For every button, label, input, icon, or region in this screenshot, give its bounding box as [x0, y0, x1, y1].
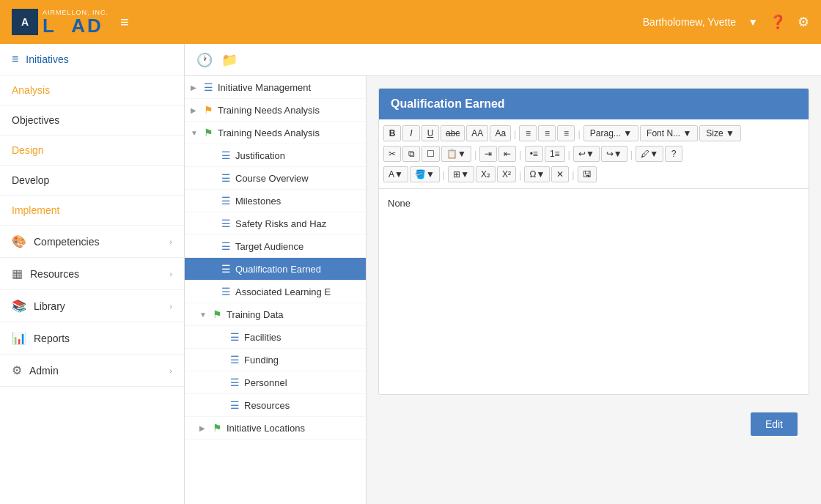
divider: |	[474, 149, 476, 160]
tree-item-course-overview[interactable]: ☰ Course Overview	[185, 167, 366, 190]
sidebar-item-resources[interactable]: ▦ Resources ›	[0, 258, 184, 290]
indent-button[interactable]: ⇥	[479, 146, 497, 162]
sidebar-item-objectives[interactable]: Objectives	[0, 105, 184, 136]
doc-icon: ☰	[230, 331, 240, 343]
paste-button[interactable]: ☐	[421, 146, 440, 162]
tree-item-facilities[interactable]: ☰ Facilities	[185, 326, 366, 349]
tree-item-funding[interactable]: ☰ Funding	[185, 349, 366, 371]
sidebar-item-develop[interactable]: Develop	[0, 166, 184, 196]
bold-button[interactable]: B	[383, 125, 401, 141]
tree-item-associated-learning[interactable]: ☰ Associated Learning E	[185, 281, 366, 303]
resources-icon: ▦	[12, 267, 23, 281]
superscript-button[interactable]: X²	[497, 166, 516, 182]
sidebar-item-admin[interactable]: ⚙ Admin ›	[0, 355, 184, 387]
tree-item-safety-risks[interactable]: ☰ Safety Risks and Haz	[185, 212, 366, 235]
italic-button[interactable]: I	[402, 125, 420, 141]
sidebar-label-design: Design	[12, 144, 44, 156]
undo-button[interactable]: ↩▼	[573, 146, 600, 162]
hamburger-menu[interactable]: ≡	[120, 14, 129, 31]
tree-item-milestones[interactable]: ☰ Milestones	[185, 190, 366, 212]
align-right-button[interactable]: ≡	[557, 125, 575, 141]
divider: |	[572, 169, 574, 180]
doc-icon: ☰	[221, 149, 231, 161]
fill-color-button[interactable]: 🪣▼	[410, 166, 440, 182]
sidebar-item-competencies[interactable]: 🎨 Competencies ›	[0, 226, 184, 258]
tree-item-initiative-management[interactable]: ▶ ☰ Initiative Management	[185, 76, 366, 99]
sidebar-label-library: Library	[34, 300, 65, 312]
font-dropdown[interactable]: Font N... ▼	[640, 125, 698, 141]
highlight-button[interactable]: 🖊▼	[636, 146, 663, 162]
history-icon[interactable]: 🕐	[196, 52, 213, 68]
tree-label: Funding	[244, 355, 279, 366]
sidebar-item-reports[interactable]: 📊 Reports	[0, 322, 184, 355]
settings-icon[interactable]: ⚙	[798, 14, 809, 30]
divider: |	[443, 169, 445, 180]
clear-format-button[interactable]: ✕	[551, 166, 569, 182]
tree-item-resources-td[interactable]: ☰ Resources	[185, 394, 366, 417]
help-icon[interactable]: ❓	[770, 14, 786, 30]
sidebar-label-initiatives: Initiatives	[26, 53, 68, 65]
logo[interactable]: A AIRMELLON, INC. LEAD	[12, 9, 108, 35]
sidebar-item-library[interactable]: 📚 Library ›	[0, 290, 184, 322]
paragraph-dropdown[interactable]: Parag... ▼	[583, 125, 638, 141]
subscript-button[interactable]: X₂	[476, 166, 496, 182]
symbol-button[interactable]: Ω▼	[524, 166, 550, 182]
tree-item-target-audience[interactable]: ☰ Target Audience	[185, 235, 366, 258]
align-left-button[interactable]: ≡	[519, 125, 537, 141]
editor-title: Qualification Earned	[391, 97, 505, 110]
tree-item-qualification-earned[interactable]: ☰ Qualification Earned	[185, 258, 366, 281]
size-dropdown[interactable]: Size ▼	[699, 125, 741, 141]
user-dropdown-icon[interactable]: ▼	[748, 16, 758, 28]
main-content: 🕐 📁 ▶ ☰ Initiative Management ▶ ⚑ Traini…	[185, 44, 821, 504]
ordered-list-button[interactable]: 1≡	[545, 146, 565, 162]
doc-icon: ☰	[204, 81, 213, 93]
library-icon: 📚	[12, 299, 26, 313]
tree-item-justification[interactable]: ☰ Justification	[185, 144, 366, 167]
tree-item-initiative-locations[interactable]: ▶ ⚑ Initiative Locations	[185, 417, 366, 440]
redo-button[interactable]: ↪▼	[601, 146, 627, 162]
admin-icon: ⚙	[12, 363, 22, 377]
sidebar-label-reports: Reports	[34, 333, 70, 344]
flag-yellow-icon: ⚑	[204, 104, 213, 116]
tree-label: Training Data	[227, 309, 284, 320]
unordered-list-button[interactable]: •≡	[525, 146, 543, 162]
tree-item-training-data[interactable]: ▼ ⚑ Training Data	[185, 303, 366, 326]
doc-icon: ☰	[230, 354, 240, 366]
align-center-button[interactable]: ≡	[538, 125, 556, 141]
tree-item-personnel[interactable]: ☰ Personnel	[185, 371, 366, 394]
user-name[interactable]: Bartholomew, Yvette	[643, 16, 736, 28]
table-button[interactable]: ⊞▼	[448, 166, 474, 182]
paste-dropdown[interactable]: 📋▼	[441, 146, 471, 162]
header-right: Bartholomew, Yvette ▼ ❓ ⚙	[643, 14, 809, 30]
sidebar-item-design[interactable]: Design	[0, 136, 184, 166]
app-name: LEAD	[43, 16, 108, 35]
tree-item-tna1[interactable]: ▶ ⚑ Training Needs Analysis	[185, 99, 366, 122]
divider: |	[578, 128, 580, 139]
expand-icon: ▶	[191, 84, 199, 92]
cut-button[interactable]: ✂	[383, 146, 401, 162]
folder-icon[interactable]: 📁	[221, 52, 238, 68]
editor-content[interactable]: None	[379, 189, 809, 394]
capitalize-button[interactable]: Aa	[490, 125, 511, 141]
underline-button[interactable]: U	[421, 125, 439, 141]
save-template-button[interactable]: 🖫	[578, 166, 597, 182]
sidebar-item-analysis[interactable]: Analysis	[0, 75, 184, 105]
doc-icon: ☰	[221, 195, 231, 207]
tree-item-tna2[interactable]: ▼ ⚑ Training Needs Analysis	[185, 122, 366, 144]
expand-icon: ▶	[191, 106, 199, 114]
chevron-icon: ›	[169, 237, 172, 246]
edit-button[interactable]: Edit	[751, 412, 798, 436]
copy-button[interactable]: ⧉	[402, 146, 420, 162]
sidebar-label-resources: Resources	[30, 268, 79, 280]
sidebar-label-objectives: Objectives	[12, 114, 59, 126]
sidebar-item-implement[interactable]: Implement	[0, 196, 184, 226]
strikethrough-button[interactable]: abc	[441, 125, 465, 141]
font-size-large-button[interactable]: AA	[466, 125, 488, 141]
sidebar-item-initiatives[interactable]: ≡ Initiatives	[0, 44, 184, 75]
sidebar-label-competencies: Competencies	[34, 236, 100, 248]
outdent-button[interactable]: ⇤	[498, 146, 516, 162]
editor-footer: Edit	[378, 404, 809, 445]
help-button[interactable]: ?	[665, 146, 682, 162]
font-color-button[interactable]: A▼	[383, 166, 408, 182]
chevron-icon-library: ›	[169, 302, 172, 311]
